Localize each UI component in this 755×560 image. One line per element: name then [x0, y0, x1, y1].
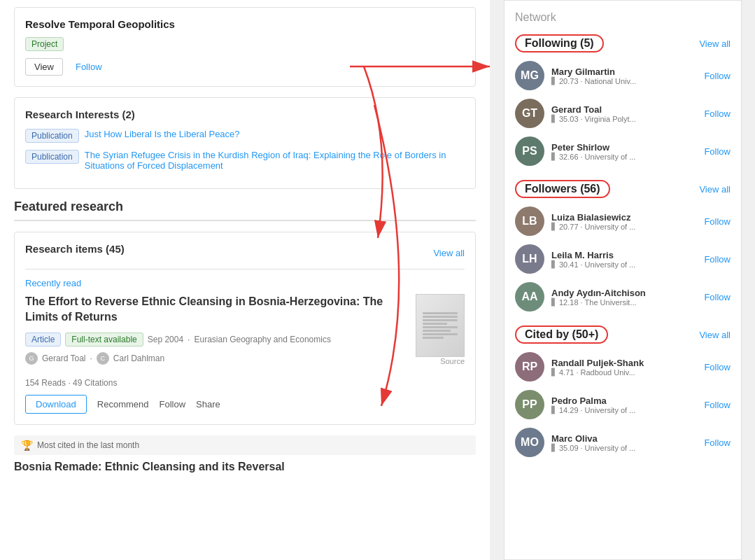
following-list: MG Mary Gilmartin ▋ 20.73 · National Uni… — [515, 61, 731, 166]
pub-tag-1: Publication — [25, 129, 79, 143]
person-score: 35.03 — [559, 115, 579, 123]
person-info: Leila M. Harris ▋ 30.41 · University of … — [551, 250, 697, 269]
person-institution: National Univ... — [585, 77, 637, 85]
person-avatar: AA — [515, 282, 544, 312]
person-name: Randall Puljek-Shank — [551, 358, 697, 368]
author-avatar-1: G — [25, 352, 38, 365]
article-actions: Download Recommend Follow Share — [25, 395, 465, 414]
view-button[interactable]: View — [25, 58, 63, 76]
person-meta: ▋ 35.03 · Virginia Polyt... — [551, 115, 697, 123]
person-row: AA Andy Aydın-Aitchison ▋ 12.18 · The Un… — [515, 282, 731, 312]
cited-view-all[interactable]: View all — [699, 330, 731, 340]
person-info: Marc Oliva ▋ 35.09 · University of ... — [551, 433, 697, 452]
person-meta: ▋ 20.73 · National Univ... — [551, 77, 697, 85]
person-meta: ▋ 14.29 · University of ... — [551, 406, 697, 414]
pub-link-1[interactable]: Just How Liberal Is the Liberal Peace? — [85, 129, 240, 139]
share-button[interactable]: Share — [196, 399, 220, 410]
person-row: LB Luiza Bialasiewicz ▋ 20.77 · Universi… — [515, 206, 731, 236]
person-row: GT Gerard Toal ▋ 35.03 · Virginia Polyt.… — [515, 99, 731, 128]
author-row: G Gerard Toal · C Carl Dahlman — [25, 352, 405, 365]
person-row: RP Randall Puljek-Shank ▋ 4.71 · Radboud… — [515, 352, 731, 382]
person-score: 35.09 — [559, 444, 579, 452]
person-score: 20.73 — [559, 77, 579, 85]
person-name: Luiza Bialasiewicz — [551, 212, 697, 223]
person-row: PS Peter Shirlow ▋ 32.66 · University of… — [515, 136, 731, 166]
person-avatar: MO — [515, 428, 544, 457]
person-score: 20.77 — [559, 223, 579, 231]
person-avatar: MG — [515, 61, 544, 90]
followers-list: LB Luiza Bialasiewicz ▋ 20.77 · Universi… — [515, 206, 731, 312]
person-avatar: PP — [515, 390, 544, 419]
person-info: Mary Gilmartin ▋ 20.73 · National Univ..… — [551, 66, 697, 85]
person-row: MG Mary Gilmartin ▋ 20.73 · National Uni… — [515, 61, 731, 90]
person-meta: ▋ 30.41 · University of ... — [551, 260, 697, 269]
featured-research-title: Featured research — [14, 200, 476, 221]
download-button[interactable]: Download — [25, 395, 87, 414]
person-meta: ▋ 32.66 · University of ... — [551, 153, 697, 161]
follow-person-button[interactable]: Follow — [704, 400, 731, 410]
following-view-all[interactable]: View all — [699, 38, 731, 49]
person-info: Gerard Toal ▋ 35.03 · Virginia Polyt... — [551, 104, 697, 123]
followers-title: Followers (56) — [525, 183, 600, 195]
person-meta: ▋ 12.18 · The Universit... — [551, 298, 697, 307]
cited-title: Cited by (50+) — [525, 328, 598, 340]
research-items-title: Research items (45) — [25, 243, 125, 255]
follow-person-button[interactable]: Follow — [704, 254, 731, 265]
author-name-2: Carl Dahlman — [113, 354, 164, 363]
cited-list: RP Randall Puljek-Shank ▋ 4.71 · Radboud… — [515, 352, 731, 457]
person-score: 32.66 — [559, 153, 579, 161]
follow-button[interactable]: Follow — [70, 59, 108, 75]
score-icon: ▋ — [551, 77, 557, 85]
article-journal: Eurasian Geography and Economics — [194, 335, 330, 344]
person-avatar: GT — [515, 99, 544, 128]
person-institution: University of ... — [585, 260, 636, 269]
view-all-link[interactable]: View all — [433, 248, 465, 258]
person-score: 14.29 — [559, 406, 579, 414]
article-title: The Effort to Reverse Ethnic Cleansing i… — [25, 294, 405, 326]
source-label: Source — [416, 357, 465, 365]
person-info: Peter Shirlow ▋ 32.66 · University of ..… — [551, 142, 697, 161]
score-icon: ▋ — [551, 115, 557, 122]
person-institution: Virginia Polyt... — [585, 115, 636, 123]
follow-person-button[interactable]: Follow — [704, 71, 731, 81]
pub-link-2[interactable]: The Syrian Refugee Crisis in the Kurdish… — [85, 150, 465, 171]
pub-tag-2: Publication — [25, 150, 79, 164]
person-meta: ▋ 20.77 · University of ... — [551, 223, 697, 231]
follow-person-button[interactable]: Follow — [704, 438, 731, 448]
network-title: Network — [515, 11, 731, 24]
person-institution: The Universit... — [585, 298, 637, 307]
person-avatar: LH — [515, 244, 544, 274]
follow-person-button[interactable]: Follow — [704, 216, 731, 227]
person-avatar: LB — [515, 206, 544, 236]
most-cited-text: Most cited in the last month — [37, 440, 139, 450]
score-icon: ▋ — [551, 298, 557, 306]
recommend-button[interactable]: Recommend — [97, 399, 149, 410]
author-separator: · — [90, 354, 92, 363]
person-score: 4.71 — [559, 368, 574, 377]
person-name: Leila M. Harris — [551, 250, 697, 260]
article-date: Sep 2004 — [148, 335, 183, 344]
follow-person-button[interactable]: Follow — [704, 292, 731, 302]
person-name: Andy Aydın-Aitchison — [551, 288, 697, 298]
followers-view-all[interactable]: View all — [699, 184, 731, 195]
article-separator: · — [188, 335, 190, 344]
person-name: Marc Oliva — [551, 433, 697, 444]
person-row: LH Leila M. Harris ▋ 30.41 · University … — [515, 244, 731, 274]
follow-person-button[interactable]: Follow — [704, 362, 731, 372]
person-info: Luiza Bialasiewicz ▋ 20.77 · University … — [551, 212, 697, 231]
person-info: Andy Aydın-Aitchison ▋ 12.18 · The Unive… — [551, 288, 697, 307]
research-interests-title: Research Interests (2) — [25, 108, 465, 120]
person-meta: ▋ 4.71 · Radboud Univ... — [551, 368, 697, 377]
trophy-icon: 🏆 — [21, 440, 33, 451]
person-institution: University of ... — [585, 153, 636, 161]
follow-button-2[interactable]: Follow — [160, 399, 186, 410]
project-title: Resolve Temporal Geopolitics — [25, 18, 465, 30]
article-stats: 154 Reads · 49 Citations — [25, 378, 465, 388]
most-cited-bar: 🏆 Most cited in the last month — [14, 435, 476, 455]
bottom-article-title: Bosnia Remade: Ethnic Cleansing and its … — [14, 461, 476, 473]
person-name: Peter Shirlow — [551, 142, 697, 153]
person-name: Gerard Toal — [551, 104, 697, 115]
person-name: Pedro Palma — [551, 396, 697, 406]
follow-person-button[interactable]: Follow — [704, 108, 731, 119]
follow-person-button[interactable]: Follow — [704, 146, 731, 157]
